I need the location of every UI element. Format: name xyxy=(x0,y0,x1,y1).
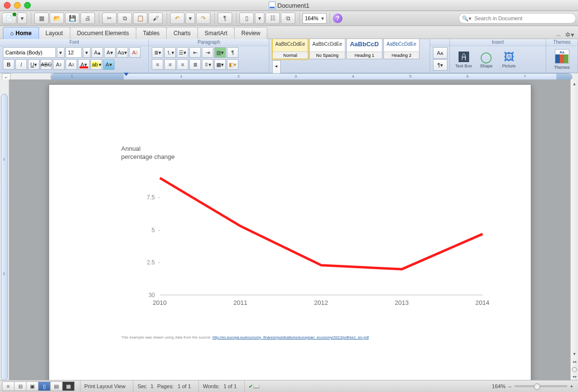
save-button[interactable]: 💾 xyxy=(65,13,79,24)
zoom-thumb[interactable] xyxy=(534,383,540,390)
separator xyxy=(31,13,31,24)
zoom-in-button[interactable]: + xyxy=(570,383,573,389)
insert-picture-button[interactable]: 🖼Picture xyxy=(498,49,520,71)
align-center-button[interactable]: ≡ xyxy=(164,59,176,70)
underline-button[interactable]: U▾ xyxy=(28,59,39,70)
justify-button[interactable]: ≣ xyxy=(189,59,201,70)
insert-textbox-button[interactable]: 🅰Text Box xyxy=(453,49,474,71)
scroll-up-button[interactable]: ▴ xyxy=(571,79,578,87)
tab-smartart[interactable]: SmartArt xyxy=(197,27,235,39)
sidebar-dropdown[interactable]: ▾ xyxy=(255,13,264,24)
cut-button[interactable]: ✂ xyxy=(102,13,117,24)
paste-button[interactable]: 📋 xyxy=(133,13,147,24)
redo-button[interactable]: ↷ xyxy=(196,13,210,24)
scroll-track[interactable] xyxy=(571,87,578,350)
text-effects-button[interactable]: A▾ xyxy=(103,59,115,70)
tab-layout[interactable]: Layout xyxy=(39,27,70,39)
style-normal[interactable]: AaBbCcDdEeNormal xyxy=(272,36,308,59)
manage-styles-button[interactable]: ¶▾ xyxy=(433,59,447,71)
search-input[interactable] xyxy=(473,15,573,22)
italic-button[interactable]: I xyxy=(15,59,27,70)
tab-document-elements[interactable]: Document Elements xyxy=(70,27,136,39)
undo-button[interactable]: ↶ xyxy=(170,13,184,24)
font-name-combo[interactable]: Cambria (Body) xyxy=(3,47,56,58)
line-spacing-button[interactable]: ⇳▾ xyxy=(202,59,213,70)
align-left-button[interactable]: ≡ xyxy=(152,59,163,70)
tab-tables[interactable]: Tables xyxy=(136,27,167,39)
view-draft-button[interactable]: ≡ xyxy=(2,381,14,391)
new-document-button[interactable]: 📄 xyxy=(2,13,16,24)
grow-font-button[interactable]: A▴ xyxy=(92,47,103,58)
view-notebook-button[interactable]: ▤ xyxy=(50,381,63,391)
shading-button[interactable]: ◧▾ xyxy=(227,59,238,70)
font-size-dropdown[interactable]: ▾ xyxy=(83,47,91,58)
bold-button[interactable]: B xyxy=(3,59,14,70)
show-marks-button[interactable]: ¶ xyxy=(218,13,232,24)
series-line xyxy=(160,178,483,269)
caption-prefix: This example was drawn using data from t… xyxy=(121,335,212,340)
view-print-layout-button[interactable]: ▯ xyxy=(38,381,51,391)
themes-button[interactable]: Aa xyxy=(555,49,569,64)
subscript-button[interactable]: A2 xyxy=(66,59,77,70)
superscript-button[interactable]: A2 xyxy=(53,59,65,70)
font-name-dropdown[interactable]: ▾ xyxy=(57,47,65,58)
bullets-button[interactable]: ≣▾ xyxy=(152,47,163,58)
tab-review[interactable]: Review xyxy=(234,27,267,39)
gallery-button[interactable]: ⧉ xyxy=(281,13,295,24)
sidebar-button[interactable]: ▯ xyxy=(239,13,254,24)
undo-dropdown[interactable]: ▾ xyxy=(185,13,195,24)
highlight-button[interactable]: ab▾ xyxy=(91,59,102,70)
next-page-button[interactable]: ▾▾ xyxy=(571,373,578,380)
zoom-combo[interactable]: 164% ▾ xyxy=(302,13,327,24)
columns-button[interactable]: ▥▾ xyxy=(214,47,226,58)
zoom-slider[interactable] xyxy=(514,385,567,387)
scroll-down-button[interactable]: ▾ xyxy=(571,350,578,357)
style-no-spacing[interactable]: AaBbCcDdEeNo Spacing xyxy=(309,36,345,59)
styles-pane-button[interactable]: Aᴀ xyxy=(433,47,447,59)
canvas[interactable]: Annualpercentage change 2.557.5302010201… xyxy=(9,79,570,380)
new-document-dropdown[interactable]: ▾ xyxy=(17,13,27,24)
vertical-scrollbar[interactable]: ▴ ▾ ▴▴ ◯ ▾▾ xyxy=(570,79,578,380)
collapse-ribbon-button[interactable]: ︿ xyxy=(556,31,561,39)
multilevel-button[interactable]: ☰▾ xyxy=(177,47,188,58)
style-heading-1[interactable]: AaBbCcDHeading 1 xyxy=(346,36,382,59)
style-heading-2[interactable]: AaBbCcDdEeHeading 2 xyxy=(383,36,420,59)
toolbox-button[interactable]: ☷ xyxy=(265,13,280,24)
shrink-font-button[interactable]: A▾ xyxy=(104,47,116,58)
font-size-combo[interactable]: 12 xyxy=(66,47,82,58)
paragraph-marks-button[interactable]: ¶ xyxy=(227,47,238,58)
borders-button[interactable]: ▦▾ xyxy=(214,59,226,70)
insert-shape-button[interactable]: ◯Shape xyxy=(475,49,497,71)
help-button[interactable]: ? xyxy=(333,13,342,23)
zoom-value: 164% xyxy=(492,383,505,389)
open-template-button[interactable]: ▦ xyxy=(34,13,49,24)
ribbon-settings-button[interactable]: ✲▾ xyxy=(565,31,574,39)
clear-formatting-button[interactable]: A⃠ xyxy=(129,47,141,58)
search-field[interactable]: 🔍▾ xyxy=(459,13,576,24)
zoom-out-button[interactable]: – xyxy=(508,383,511,389)
open-button[interactable]: 📂 xyxy=(50,13,64,24)
view-outline-button[interactable]: ⊟ xyxy=(14,381,26,391)
browse-object-button[interactable]: ◯ xyxy=(571,365,578,373)
font-color-button[interactable]: A▾ xyxy=(78,59,90,70)
document-page[interactable]: Annualpercentage change 2.557.5302010201… xyxy=(49,84,531,380)
align-right-button[interactable]: ≡ xyxy=(177,59,188,70)
caption-link[interactable]: http://ec.europa.eu/economy_finance/publ… xyxy=(212,335,369,340)
group-title xyxy=(430,39,449,46)
change-case-button[interactable]: Aa▾ xyxy=(117,47,128,58)
increase-indent-button[interactable]: ⇥ xyxy=(202,47,213,58)
format-painter-button[interactable]: 🖌 xyxy=(148,13,163,24)
view-publishing-button[interactable]: ▣ xyxy=(26,381,39,391)
view-focus-button[interactable]: ▦ xyxy=(62,381,75,391)
strikethrough-button[interactable]: ABC xyxy=(40,59,52,70)
copy-button[interactable]: ⧉ xyxy=(118,13,132,24)
decrease-indent-button[interactable]: ⇤ xyxy=(189,47,201,58)
numbering-button[interactable]: ⒈▾ xyxy=(164,47,176,58)
workspace: 123 Annualpercentage change 2.557.530201… xyxy=(0,79,578,380)
tab-charts[interactable]: Charts xyxy=(166,27,197,39)
spellcheck-icon[interactable]: ✔📖 xyxy=(249,383,260,390)
print-button[interactable]: 🖨 xyxy=(80,13,95,24)
tab-home[interactable]: ⌂ Home xyxy=(3,27,39,39)
prev-page-button[interactable]: ▴▴ xyxy=(571,357,578,365)
vertical-ruler[interactable]: 123 xyxy=(1,94,8,380)
